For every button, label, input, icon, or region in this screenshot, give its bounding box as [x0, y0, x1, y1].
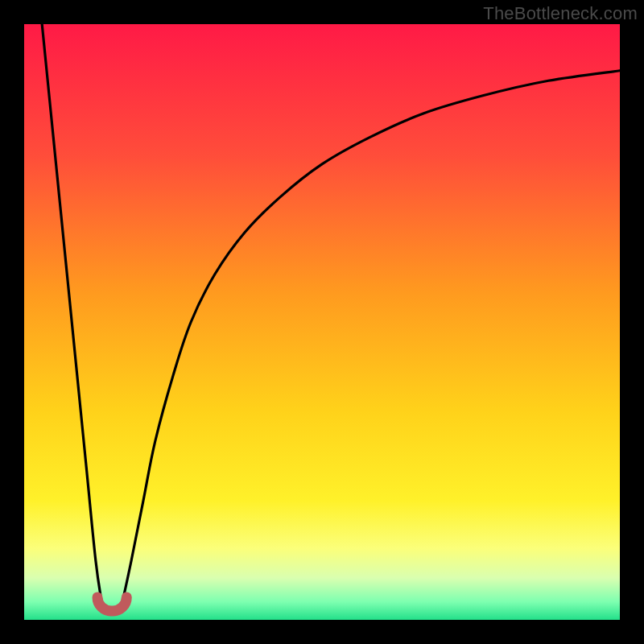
outer-frame: TheBottleneck.com	[0, 0, 644, 644]
gradient-background	[24, 24, 620, 620]
watermark-text: TheBottleneck.com	[483, 3, 638, 24]
plot-area	[24, 24, 620, 620]
chart-svg	[24, 24, 620, 620]
